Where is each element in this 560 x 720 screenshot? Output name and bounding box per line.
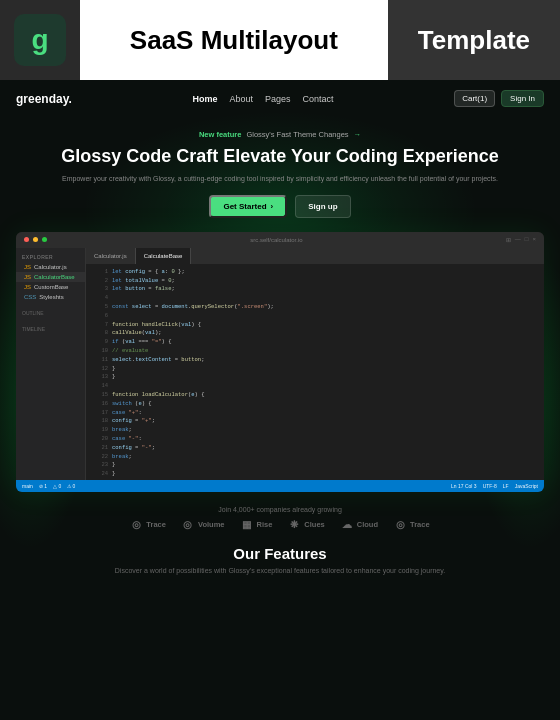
nav-actions: Cart(1) Sign In xyxy=(454,90,544,107)
nav-pages[interactable]: Pages xyxy=(265,94,291,104)
get-started-button[interactable]: Get Started › xyxy=(209,195,287,218)
status-eol: LF xyxy=(503,483,509,489)
outline-label: OUTLINE xyxy=(16,308,85,318)
rise-icon: ▦ xyxy=(241,519,253,531)
company-trace-2: ◎ Trace xyxy=(394,519,430,531)
features-subtitle: Discover a world of possibilities with G… xyxy=(20,566,540,577)
badge-arrow-icon: → xyxy=(354,130,362,139)
sidebar-file-custombase[interactable]: JS CustomBase xyxy=(16,282,85,292)
minimize-dot xyxy=(33,237,38,242)
company-rise: ▦ Rise xyxy=(241,519,273,531)
status-branch: main xyxy=(22,483,33,489)
features-title: Our Features xyxy=(20,545,540,562)
new-feature-badge: New feature Glossy's Fast Theme Changes … xyxy=(199,130,361,139)
main-content: greenday. Home About Pages Contact Cart(… xyxy=(0,80,560,720)
company-clues: ❋ Clues xyxy=(288,519,324,531)
split-icon: ⊞ xyxy=(506,236,511,243)
logo-icon: g xyxy=(14,14,66,66)
company-volume-label: Volume xyxy=(198,520,225,529)
signin-button[interactable]: Sign In xyxy=(501,90,544,107)
title-section: SaaS Multilayout Template xyxy=(80,0,560,80)
logo-box: g xyxy=(0,0,80,80)
company-trace-1: ◎ Trace xyxy=(130,519,166,531)
template-label: Template xyxy=(418,25,530,56)
cloud-icon: ☁ xyxy=(341,519,353,531)
status-cursor: Ln 17 Col 3 xyxy=(451,483,477,489)
editor-main: Calculator.js CalculateBase 1let config … xyxy=(86,248,544,480)
status-warnings: △ 0 xyxy=(53,483,61,489)
company-trace-1-label: Trace xyxy=(146,520,166,529)
expand-icon: □ xyxy=(525,236,529,243)
badge-text: Glossy's Fast Theme Changes xyxy=(246,130,348,139)
status-right: Ln 17 Col 3 UTF-8 LF JavaScript xyxy=(451,483,538,489)
status-errors: ⊘ 1 xyxy=(39,483,47,489)
tab-calculator[interactable]: Calculator.js xyxy=(86,248,136,264)
sidebar-file-calculator[interactable]: JS Calculator.js xyxy=(16,262,85,272)
companies-bar: Join 4,000+ companies already growing ◎ … xyxy=(0,500,560,535)
company-rise-label: Rise xyxy=(257,520,273,529)
cart-button[interactable]: Cart(1) xyxy=(454,90,495,107)
hero-buttons: Get Started › Sign up xyxy=(40,195,520,218)
timeline-label: TIMELINE xyxy=(16,324,85,334)
company-cloud-label: Cloud xyxy=(357,520,378,529)
company-cloud: ☁ Cloud xyxy=(341,519,378,531)
nav-links: Home About Pages Contact xyxy=(192,94,333,104)
trace-icon-1: ◎ xyxy=(130,519,142,531)
site-nav: greenday. Home About Pages Contact Cart(… xyxy=(0,80,560,117)
sidebar-file-styleshts[interactable]: CSS Styleshts xyxy=(16,292,85,302)
code-area[interactable]: 1let config = { a: 0 }; 2let totalValue … xyxy=(86,264,544,480)
status-info: ⚠ 0 xyxy=(67,483,75,489)
editor-icons: ⊞ — □ × xyxy=(506,236,536,243)
title-template: Template xyxy=(388,0,560,80)
code-editor: src.self/calculator.io ⊞ — □ × EXPLORER … xyxy=(16,232,544,492)
editor-close-icon: × xyxy=(532,236,536,243)
hero-section: New feature Glossy's Fast Theme Changes … xyxy=(0,117,560,226)
site-logo: greenday. xyxy=(16,92,72,106)
editor-file-sidebar: EXPLORER JS Calculator.js JS CalculatorB… xyxy=(16,248,86,480)
arrow-icon: › xyxy=(271,202,274,211)
company-volume: ◎ Volume xyxy=(182,519,225,531)
editor-statusbar: main ⊘ 1 △ 0 ⚠ 0 Ln 17 Col 3 UTF-8 LF Ja… xyxy=(16,480,544,492)
trace-icon-2: ◎ xyxy=(394,519,406,531)
top-header: g SaaS Multilayout Template xyxy=(0,0,560,80)
editor-path: src.self/calculator.io xyxy=(51,237,502,243)
editor-body: EXPLORER JS Calculator.js JS CalculatorB… xyxy=(16,248,544,480)
editor-tabs: Calculator.js CalculateBase xyxy=(86,248,544,264)
minimize-icon: — xyxy=(515,236,521,243)
tab-calculatebase[interactable]: CalculateBase xyxy=(136,248,192,264)
sidebar-file-calculatorbase[interactable]: JS CalculatorBase xyxy=(16,272,85,282)
status-encoding: UTF-8 xyxy=(483,483,497,489)
clues-icon: ❋ xyxy=(288,519,300,531)
editor-titlebar: src.self/calculator.io ⊞ — □ × xyxy=(16,232,544,248)
status-left: main ⊘ 1 △ 0 ⚠ 0 xyxy=(22,483,75,489)
company-trace-2-label: Trace xyxy=(410,520,430,529)
maximize-dot xyxy=(42,237,47,242)
signup-button[interactable]: Sign up xyxy=(295,195,350,218)
nav-home[interactable]: Home xyxy=(192,94,217,104)
explorer-label: EXPLORER xyxy=(16,252,85,262)
volume-icon: ◎ xyxy=(182,519,194,531)
company-clues-label: Clues xyxy=(304,520,324,529)
nav-about[interactable]: About xyxy=(229,94,253,104)
companies-label: Join 4,000+ companies already growing xyxy=(0,506,560,513)
close-dot xyxy=(24,237,29,242)
hero-title: Glossy Code Craft Elevate Your Coding Ex… xyxy=(40,145,520,168)
title-saas: SaaS Multilayout xyxy=(80,0,388,80)
saas-multilayout-label: SaaS Multilayout xyxy=(130,25,338,56)
status-lang: JavaScript xyxy=(515,483,538,489)
features-section: Our Features Discover a world of possibi… xyxy=(0,535,560,583)
nav-contact[interactable]: Contact xyxy=(303,94,334,104)
badge-label: New feature xyxy=(199,130,242,139)
hero-subtitle: Empower your creativity with Glossy, a c… xyxy=(40,174,520,185)
companies-list: ◎ Trace ◎ Volume ▦ Rise ❋ Clues ☁ Cloud … xyxy=(0,519,560,531)
